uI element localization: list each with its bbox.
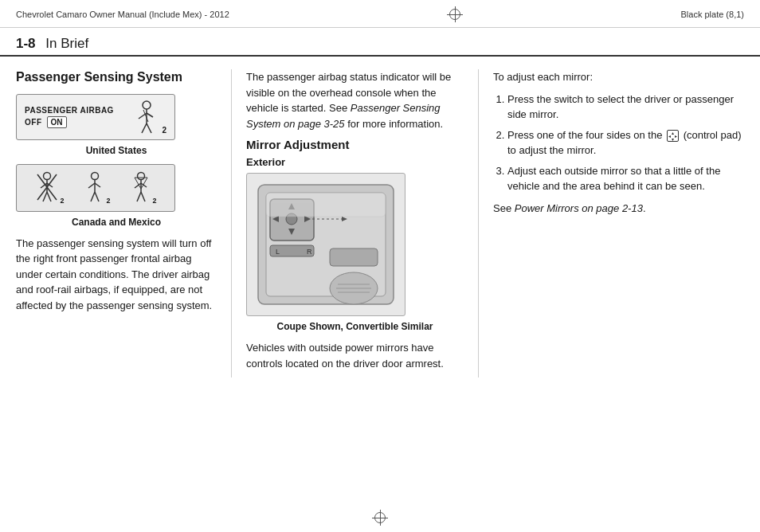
- svg-text:R: R: [307, 248, 312, 256]
- canada-icon-2-num: 2: [106, 197, 110, 205]
- left-column: Passenger Sensing System PASSENGER AIRBA…: [16, 69, 231, 377]
- svg-line-18: [95, 183, 100, 187]
- svg-line-5: [147, 123, 151, 133]
- svg-marker-49: [668, 135, 671, 138]
- mid-column: The passenger airbag status indicator wi…: [231, 69, 478, 377]
- adjust-steps-list: Press the switch to select the driver or…: [493, 92, 744, 194]
- see-text: See: [493, 202, 511, 214]
- header-center: [447, 6, 463, 22]
- caption-coupe: Coupe Shown, Convertible Similar: [246, 321, 464, 332]
- airbag-indicator-box: PASSENGER AIRBAG OFF ON: [16, 94, 175, 140]
- svg-point-15: [92, 172, 99, 179]
- main-content: Passenger Sensing System PASSENGER AIRBA…: [0, 57, 760, 390]
- canada-icon-1: 2: [34, 171, 64, 205]
- canada-icon-3: 2: [130, 171, 156, 205]
- airbag-off-row: OFF ON: [25, 116, 114, 128]
- section-heading: 1-8 In Brief: [0, 28, 760, 57]
- airbag-label-line1: PASSENGER AIRBAG: [25, 105, 114, 116]
- svg-line-17: [88, 183, 95, 188]
- adjust-intro: To adjust each mirror:: [493, 69, 744, 85]
- person-num: 2: [162, 126, 166, 135]
- airbag-status-para: The passenger airbag status indicator wi…: [246, 69, 464, 131]
- svg-line-4: [142, 123, 147, 133]
- section-title: In Brief: [45, 36, 88, 51]
- crosshair-icon: [447, 6, 463, 22]
- page-header: Chevrolet Camaro Owner Manual (Include M…: [0, 0, 760, 28]
- svg-line-26: [141, 192, 145, 201]
- canada-icon-2-svg: [84, 171, 106, 205]
- svg-marker-50: [675, 135, 677, 138]
- right-column: To adjust each mirror: Press the switch …: [478, 69, 744, 377]
- header-left: Chevrolet Camaro Owner Manual (Include M…: [16, 10, 229, 19]
- see-also-para: See Power Mirrors on page 2-13.: [493, 201, 744, 217]
- step-1: Press the switch to select the driver or…: [507, 92, 744, 123]
- header-right: Black plate (8,1): [681, 10, 744, 19]
- svg-line-19: [91, 192, 95, 201]
- airbag-off-label: OFF: [25, 117, 42, 128]
- footer-crosshair-icon: [372, 510, 388, 526]
- step-3: Adjust each outside mirror so that a lit…: [507, 163, 744, 194]
- crosshair-circle: [449, 9, 460, 20]
- person-with-airbag-svg: [132, 100, 161, 135]
- canada-indicator-box: 2 2: [16, 164, 175, 212]
- svg-rect-39: [330, 248, 378, 266]
- caption-us: United States: [16, 145, 217, 156]
- caption-canada: Canada and Mexico: [16, 217, 217, 228]
- airbag-end: for more information.: [347, 118, 443, 130]
- mirrors-text: Vehicles with outside power mirrors have…: [246, 340, 464, 371]
- svg-line-6: [143, 110, 148, 122]
- svg-rect-44: [266, 193, 386, 217]
- footer-crosshair: [372, 510, 388, 526]
- control-pad-svg: [668, 131, 678, 142]
- section-heading-text: 1-8 In Brief: [16, 36, 88, 52]
- left-col-title: Passenger Sensing System: [16, 69, 217, 86]
- airbag-on-label: ON: [47, 116, 67, 128]
- svg-text:L: L: [276, 248, 280, 256]
- svg-marker-48: [672, 139, 674, 141]
- step-3-text: Adjust each outside mirror so that a lit…: [507, 165, 720, 193]
- step-1-text: Press the switch to select the driver or…: [507, 93, 734, 121]
- svg-line-12: [47, 192, 51, 201]
- mirror-diagram: L R: [246, 173, 405, 316]
- svg-line-20: [95, 192, 99, 201]
- svg-line-3: [147, 113, 153, 117]
- airbag-text-block: PASSENGER AIRBAG OFF ON: [25, 105, 114, 128]
- control-pad-icon: [667, 130, 679, 142]
- mirror-diagram-svg: L R: [250, 177, 402, 312]
- left-col-body: The passenger sensing system will turn o…: [16, 236, 217, 314]
- svg-point-0: [143, 101, 151, 109]
- see-italic: Power Mirrors on page 2-13: [515, 202, 643, 214]
- canada-icon-2: 2: [84, 171, 110, 205]
- mirror-adjustment-title: Mirror Adjustment: [246, 138, 464, 151]
- svg-line-25: [137, 192, 141, 201]
- canada-icon-3-svg: [130, 171, 152, 205]
- svg-point-21: [138, 172, 145, 179]
- exterior-label: Exterior: [246, 156, 464, 168]
- canada-icon-3-num: 2: [152, 197, 156, 205]
- see-end: .: [643, 202, 646, 214]
- canada-icon-1-svg: [34, 171, 60, 205]
- section-num: 1-8: [16, 36, 36, 51]
- step-2: Press one of the four sides on the (cont…: [507, 127, 744, 158]
- svg-marker-47: [672, 132, 674, 135]
- footer-crosshair-circle: [374, 512, 386, 523]
- svg-line-11: [43, 192, 47, 201]
- canada-icon-1-num: 2: [60, 197, 64, 205]
- airbag-person-icon: 2: [132, 100, 166, 135]
- svg-point-7: [44, 172, 51, 179]
